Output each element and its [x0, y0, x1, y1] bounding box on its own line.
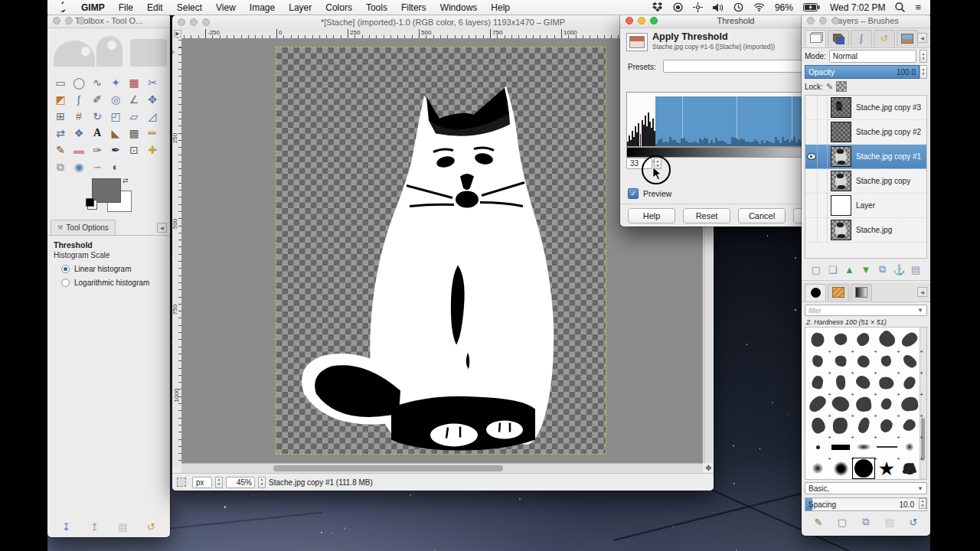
tab-undo-history[interactable]: ↺ — [874, 30, 895, 47]
brush-cell-blob[interactable] — [875, 350, 898, 372]
zoom-level-field[interactable]: 45% — [226, 477, 255, 488]
spacing-spinner[interactable] — [919, 498, 926, 509]
layer-row[interactable]: Stache.jpg — [805, 218, 926, 243]
brush-cell-splatter[interactable] — [898, 458, 921, 479]
eraser-tool[interactable]: ▬ — [70, 142, 88, 158]
brush-cell-blob[interactable] — [898, 329, 921, 350]
ink-tool[interactable]: ✒ — [106, 142, 125, 158]
opacity-spinner[interactable] — [920, 65, 927, 79]
screen-record-menu-icon[interactable] — [673, 2, 683, 12]
brush-cell-blob[interactable] — [898, 393, 921, 415]
brush-cell-blob[interactable] — [829, 329, 852, 350]
layer-visibility-cell[interactable] — [805, 145, 818, 168]
notification-center-icon[interactable]: ≡ — [915, 2, 921, 13]
opacity-slider[interactable]: Opacity 100.0 — [805, 65, 927, 79]
tab-paths[interactable]: ∫ — [851, 30, 872, 47]
brush-cell-soft-circle[interactable] — [806, 458, 829, 479]
layer-visibility-cell[interactable] — [805, 169, 818, 193]
layer-link-cell[interactable] — [818, 169, 828, 193]
layer-link-cell[interactable] — [818, 194, 828, 217]
delete-tool-options-button[interactable]: ▤ — [116, 520, 131, 533]
image-window-menu-button[interactable]: ▶ — [174, 30, 181, 37]
menu-item-view[interactable]: View — [209, 2, 243, 13]
move-tool[interactable]: ✥ — [143, 91, 162, 108]
layer-visibility-cell[interactable] — [805, 96, 818, 119]
menu-item-windows[interactable]: Windows — [433, 2, 485, 13]
smudge-tool[interactable]: ∽ — [88, 158, 106, 175]
restore-tool-options-button[interactable]: ↥ — [87, 520, 103, 533]
zoom-tool[interactable]: ◎ — [106, 91, 125, 108]
delete-layer-button[interactable]: ▤ — [909, 262, 923, 276]
brush-cell-blob[interactable] — [806, 350, 829, 372]
layer-visibility-cell[interactable] — [805, 194, 818, 217]
apple-menu-icon[interactable] — [57, 2, 67, 13]
radio-button[interactable] — [61, 265, 70, 273]
layers-window-controls[interactable] — [802, 17, 839, 24]
clone-tool[interactable]: ⊡ — [125, 142, 143, 158]
cancel-button[interactable]: Cancel — [738, 208, 786, 223]
radio-button[interactable] — [61, 279, 70, 287]
menu-item-select[interactable]: Select — [170, 2, 209, 13]
layer-row[interactable]: Stache.jpg copy #2 — [805, 120, 926, 145]
menu-item-edit[interactable]: Edit — [140, 2, 170, 13]
brush-cell-line[interactable] — [875, 436, 898, 458]
quickmask-toggle[interactable] — [177, 478, 186, 487]
lower-layer-button[interactable]: ▼ — [859, 262, 873, 276]
menu-item-layer[interactable]: Layer — [282, 2, 318, 13]
heal-tool[interactable]: ✚ — [143, 142, 162, 158]
tab-tool-options[interactable]: ⚒ Tool Options — [51, 220, 116, 235]
brush-tag-combo[interactable]: Basic, ▼ — [805, 482, 927, 494]
brush-cell-soft-dot[interactable] — [898, 436, 921, 458]
menu-clock-label[interactable]: Wed 7:02 PM — [830, 2, 885, 13]
scale-tool[interactable]: ◰ — [106, 108, 125, 125]
tab-brushes[interactable] — [805, 284, 826, 301]
layer-link-cell[interactable] — [818, 96, 828, 119]
threshold-dialog-controls[interactable] — [620, 17, 658, 24]
shear-tool[interactable]: ▱ — [125, 108, 143, 125]
layer-link-cell[interactable] — [818, 218, 828, 242]
tab-gradients[interactable] — [851, 284, 872, 301]
brush-cell-blob[interactable] — [875, 393, 898, 415]
canvas-layer-image[interactable] — [276, 47, 606, 454]
delete-brush-button[interactable]: ▤ — [882, 515, 897, 529]
menu-item-colors[interactable]: Colors — [318, 2, 359, 13]
toolbox-titlebar[interactable]: Toolbox - Tool O... — [47, 14, 170, 28]
brush-cell-blob[interactable] — [829, 372, 852, 393]
preview-option[interactable]: ✓ Preview — [628, 188, 671, 199]
swap-colors-icon[interactable]: ⇄ — [122, 177, 129, 184]
brush-cell-blob[interactable] — [875, 415, 898, 436]
brush-cell-blob[interactable] — [852, 350, 875, 372]
brushes-panel-menu-button[interactable]: ◀ — [917, 287, 927, 297]
blur-sharpen-tool[interactable]: ◉ — [70, 158, 88, 175]
measure-tool[interactable]: ∠ — [125, 91, 143, 108]
layer-link-cell[interactable] — [818, 145, 828, 168]
help-button[interactable]: Help — [628, 208, 675, 223]
paintbrush-tool[interactable]: ✎ — [51, 142, 70, 158]
menu-item-tools[interactable]: Tools — [359, 2, 394, 13]
horizontal-scrollbar[interactable] — [181, 463, 703, 474]
foreground-color-swatch[interactable] — [92, 178, 121, 203]
default-colors-icon[interactable] — [86, 198, 94, 207]
ellipse-select-tool[interactable]: ◯ — [70, 74, 88, 91]
tab-image[interactable] — [897, 30, 918, 47]
lock-pixels-icon[interactable]: ✎ — [826, 82, 833, 92]
preview-checkbox[interactable]: ✓ — [628, 188, 639, 199]
tab-channels[interactable] — [828, 30, 849, 47]
edit-brush-button[interactable]: ✎ — [811, 515, 826, 529]
pan-view-button[interactable]: ✥ — [704, 463, 713, 473]
brush-cell-blob[interactable] — [898, 415, 921, 436]
perspective-tool[interactable]: ◿ — [143, 108, 162, 125]
brush-cell-blob[interactable] — [875, 329, 898, 350]
layer-visibility-cell[interactable] — [805, 120, 818, 144]
layers-window-titlebar[interactable]: Layers – Brushes — [802, 14, 930, 28]
brush-cell-blob[interactable] — [806, 393, 829, 415]
free-select-tool[interactable]: ∿ — [88, 74, 106, 91]
rotate-tool[interactable]: ↻ — [88, 108, 106, 125]
scissors-select-tool[interactable]: ✂ — [143, 74, 162, 91]
wifi-menu-icon[interactable] — [753, 3, 765, 11]
zoom-spinner[interactable] — [258, 477, 266, 488]
text-tool[interactable]: A — [88, 125, 106, 142]
brush-cell-blob[interactable] — [806, 372, 829, 393]
layers-panel-menu-button[interactable]: ◀ — [917, 33, 927, 43]
radio-option-logarithmic[interactable]: Logarithmic histogram — [61, 279, 164, 287]
